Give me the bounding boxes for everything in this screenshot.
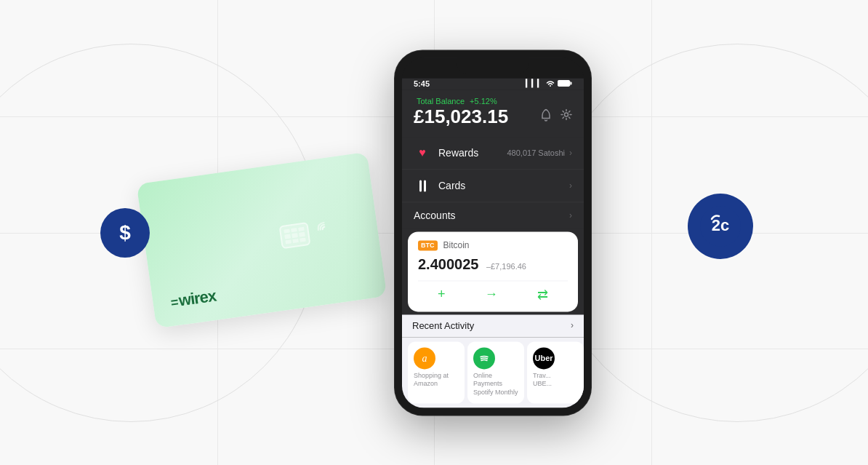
svg-text:2c: 2c <box>712 216 729 234</box>
svg-rect-2 <box>558 80 570 86</box>
uber-logo: Uber <box>533 347 555 369</box>
uber-transaction[interactable]: Uber Trav...UBE... <box>527 341 584 403</box>
rewards-chevron: › <box>569 148 572 158</box>
card-chip <box>279 221 311 248</box>
phone-notch <box>402 57 584 78</box>
amazon-label: Shopping atAmazon <box>414 372 459 389</box>
signal-icon: ▎▎▎ <box>526 79 543 87</box>
rewards-sublabel: 480,017 Satoshi <box>507 148 565 157</box>
cards-row[interactable]: Cards › <box>402 170 584 202</box>
recent-label: Recent Activity <box>412 320 474 331</box>
btc-actions: + → ⇄ <box>418 280 568 303</box>
svg-point-4 <box>565 113 568 116</box>
card-chip-area <box>279 218 336 249</box>
crypto-badge: 2c <box>688 194 753 259</box>
balance-amount: £15,023.15 <box>414 106 508 128</box>
accounts-chevron: › <box>569 210 572 220</box>
dollar-symbol: $ <box>119 221 131 245</box>
rewards-row[interactable]: ♥ Rewards 480,017 Satoshi › <box>402 137 584 170</box>
phone-screen: 5:45 ▎▎▎ Total Balance +5. <box>402 57 584 408</box>
phone-outer: 5:45 ▎▎▎ Total Balance +5. <box>395 50 591 415</box>
header-icons <box>540 108 572 124</box>
spotify-transaction[interactable]: Online PaymentsSpotify Monthly <box>467 341 524 403</box>
phone: 5:45 ▎▎▎ Total Balance +5. <box>395 50 591 415</box>
recent-chevron: › <box>571 320 574 330</box>
btc-amount-row: 2.400025 –£7,196.46 <box>418 256 568 273</box>
gear-icon[interactable] <box>560 108 572 124</box>
recent-activity-header: Recent Activity › <box>402 314 584 337</box>
cards-icon <box>414 177 431 194</box>
accounts-row[interactable]: Accounts › <box>402 202 584 228</box>
nfc-symbol <box>315 219 335 243</box>
btc-amount: 2.400025 <box>418 256 478 272</box>
balance-change: +5.12% <box>470 97 497 106</box>
rewards-label: Rewards <box>438 147 507 159</box>
accounts-label: Accounts <box>414 210 456 221</box>
bitcoin-card: BTC Bitcoin 2.400025 –£7,196.46 + → ⇄ <box>408 231 578 311</box>
svg-rect-3 <box>571 82 572 84</box>
cards-label: Cards <box>438 180 569 191</box>
status-icons: ▎▎▎ <box>526 79 572 88</box>
add-icon[interactable]: + <box>438 287 446 303</box>
btc-fiat: –£7,196.46 <box>486 262 526 271</box>
bell-icon[interactable] <box>540 108 552 124</box>
balance-row: £15,023.15 <box>414 106 572 128</box>
btc-ticker: BTC <box>418 240 438 250</box>
status-time: 5:45 <box>414 79 430 88</box>
svg-text:a: a <box>422 353 427 364</box>
btc-header: BTC Bitcoin <box>418 240 568 250</box>
btc-name: Bitcoin <box>443 240 470 250</box>
amazon-logo: a <box>414 347 435 369</box>
cards-chevron: › <box>569 180 572 191</box>
crypto-icon: 2c <box>699 204 742 248</box>
dollar-badge: $ <box>100 208 150 258</box>
exchange-icon[interactable]: ⇄ <box>537 287 548 303</box>
rewards-icon: ♥ <box>414 144 431 162</box>
transactions-row: a Shopping atAmazon <box>402 337 584 408</box>
spotify-logo <box>473 347 495 369</box>
total-balance-label: Total Balance +5.12% <box>414 97 572 106</box>
battery-icon <box>558 79 572 88</box>
notch-pill <box>457 57 529 73</box>
status-bar: 5:45 ▎▎▎ <box>402 78 584 90</box>
spotify-label: Online PaymentsSpotify Monthly <box>473 372 518 397</box>
balance-section: Total Balance +5.12% £15,023.15 <box>402 90 584 137</box>
uber-label: Trav...UBE... <box>533 372 578 389</box>
wifi-icon <box>546 79 555 88</box>
send-icon[interactable]: → <box>485 287 498 303</box>
amazon-transaction[interactable]: a Shopping atAmazon <box>408 341 465 403</box>
app-content: Total Balance +5.12% £15,023.15 <box>402 90 584 408</box>
